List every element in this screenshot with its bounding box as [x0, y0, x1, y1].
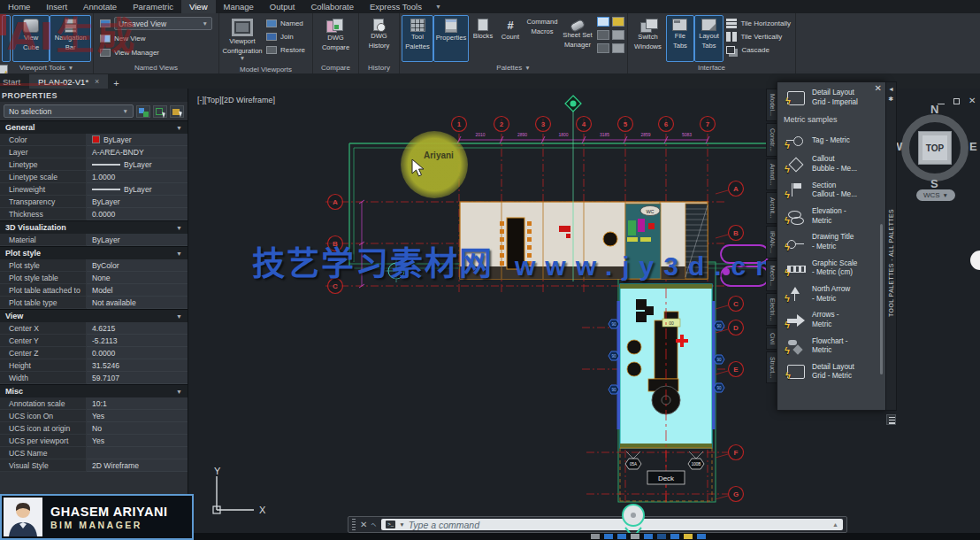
tool-palettes-button[interactable]: ToolPalettes [402, 15, 433, 62]
sun-palette-icon[interactable] [597, 43, 609, 53]
viewcube[interactable]: N S W E TOP WCS▼ [892, 103, 978, 218]
restore-viewports-button[interactable]: Restore [264, 43, 308, 57]
viewport-palette-icon[interactable] [597, 17, 609, 27]
ribbon-overflow-icon[interactable]: ▼ [430, 0, 447, 13]
chevron-down-icon[interactable]: ▼ [176, 251, 182, 257]
new-view-button[interactable]: New View [97, 32, 215, 45]
property-value[interactable]: ByColor [87, 259, 188, 272]
compass-south[interactable]: S [930, 177, 938, 190]
file-tabs-button[interactable]: FileTabs [666, 15, 694, 62]
chevron-down-icon[interactable]: ▼ [176, 125, 182, 131]
status-icon[interactable] [684, 534, 693, 539]
new-tab-button[interactable]: + [108, 78, 124, 89]
scrollbar[interactable] [880, 224, 883, 374]
status-icon[interactable] [697, 534, 706, 539]
close-icon[interactable]: ✕ [969, 96, 976, 105]
wcs-dropdown[interactable]: WCS▼ [916, 189, 955, 201]
view-manager-button[interactable]: View Manager [97, 46, 215, 59]
property-value[interactable]: 2D Wireframe [87, 459, 188, 472]
clipboard-palette-icon[interactable] [612, 43, 624, 53]
toggle-pickadd-icon[interactable] [136, 105, 150, 118]
property-value[interactable]: 0.0000 [87, 208, 188, 220]
viewport-configuration-button[interactable]: Viewport Configuration ▼ [221, 15, 264, 65]
chevron-down-icon[interactable]: ▼ [176, 389, 182, 395]
named-viewports-button[interactable]: Named [264, 17, 308, 30]
property-section-header[interactable]: View▼ [0, 309, 188, 322]
tool-palette-item[interactable]: ϟTag - Metric [780, 130, 878, 151]
file-tab-start[interactable]: Start [0, 74, 29, 89]
status-icon[interactable] [657, 534, 666, 539]
close-icon[interactable]: × [95, 77, 99, 86]
property-value[interactable]: 10:1 [87, 397, 188, 410]
viewcube-top-face[interactable]: TOP [918, 131, 952, 165]
property-value[interactable]: 0.0000 [87, 347, 188, 359]
chevron-down-icon[interactable]: ▼ [399, 521, 404, 528]
minimize-icon[interactable] [938, 104, 945, 104]
dwg-history-button[interactable]: DWG History [367, 15, 392, 62]
tile-vertically-button[interactable]: Tile Vertically [724, 30, 793, 43]
property-value[interactable]: 1.0000 [87, 171, 188, 183]
property-value[interactable]: 31.5246 [87, 359, 188, 372]
property-value[interactable]: 59.7107 [87, 372, 188, 384]
tool-palette-item[interactable]: ϟGraphic Scale- Metric (cm) [780, 256, 878, 282]
status-icon[interactable] [591, 534, 600, 539]
tool-palette-item[interactable]: ϟElevation -Metric [780, 204, 878, 229]
ribbon-tab-view[interactable]: View [181, 0, 215, 13]
close-icon[interactable]: ✕ [875, 83, 882, 93]
tile-horizontally-button[interactable]: Tile Horizontally [724, 17, 793, 30]
tool-palette-title-strip[interactable]: ◄ ✱ TOOL PALETTES - ALL PALETTES [885, 81, 897, 411]
tool-palette-item[interactable]: ϟNorth Arrow- Metric [780, 282, 878, 307]
property-section-header[interactable]: General▼ [0, 120, 188, 134]
viewport-controls-label[interactable]: [-][Top][2D Wireframe] [197, 96, 275, 104]
status-icon[interactable] [670, 534, 679, 539]
ribbon-tab-output[interactable]: Output [262, 0, 303, 13]
chevron-down-icon[interactable]: ▼ [176, 313, 182, 320]
quick-select-icon[interactable] [170, 105, 184, 118]
layout-tabs-button[interactable]: LayoutTabs [694, 15, 724, 62]
tool-palette-item[interactable]: ϟDetail LayoutGrid - Metric [780, 359, 878, 385]
property-value[interactable]: Model [87, 284, 188, 297]
selection-dropdown[interactable]: No selection▼ [4, 104, 134, 118]
property-value[interactable]: Yes [87, 410, 188, 422]
select-objects-icon[interactable] [153, 105, 167, 118]
status-icon[interactable] [604, 534, 613, 539]
dwg-compare-button[interactable]: DWG Compare [320, 15, 351, 62]
property-value[interactable]: ByLayer [87, 196, 188, 208]
property-value[interactable]: -5.2113 [87, 335, 188, 347]
lights-palette-icon[interactable] [612, 17, 624, 27]
restore-icon[interactable] [953, 98, 960, 104]
command-macros-button[interactable]: CommandMacros [524, 15, 561, 62]
property-value[interactable]: Yes [87, 435, 188, 447]
file-tab-plan-02-v1[interactable]: PLAN-02-V1*× [29, 74, 108, 89]
tool-palette-item[interactable]: ϟArrows -Metric [780, 307, 878, 333]
switch-windows-button[interactable]: SwitchWindows [630, 15, 666, 62]
property-value[interactable]: ByLayer [87, 158, 188, 171]
blocks-button[interactable]: Blocks [469, 15, 497, 62]
ribbon-tab-annotate[interactable]: Annotate [75, 0, 125, 13]
ribbon-tab-collaborate[interactable]: Collaborate [302, 0, 362, 13]
ribbon-tab-manage[interactable]: Manage [216, 0, 262, 13]
chevron-down-icon[interactable]: ▼ [176, 225, 182, 231]
property-value[interactable]: ByLayer [87, 134, 188, 146]
visual-styles-palette-icon[interactable] [597, 30, 609, 40]
close-icon[interactable]: ✕ [360, 521, 367, 529]
ribbon-tab-home[interactable]: Home [0, 0, 38, 13]
property-value[interactable]: Not available [87, 297, 188, 309]
compass-east[interactable]: E [969, 140, 977, 153]
ribbon-tab-insert[interactable]: Insert [38, 0, 75, 13]
customize-wrench-icon[interactable]: ⌐ [370, 520, 379, 529]
tool-palette-item[interactable]: ϟDetail LayoutGrid - Imperial [780, 85, 878, 111]
panel-label[interactable]: Viewport Tools▼ [0, 62, 93, 73]
status-icon[interactable] [631, 534, 639, 539]
palette-grid-icon[interactable] [886, 414, 896, 425]
navigation-bar-button[interactable]: Navigation Bar [50, 15, 91, 62]
ribbon-tab-express-tools[interactable]: Express Tools [362, 0, 430, 13]
property-value[interactable]: ByLayer [87, 183, 188, 196]
cascade-button[interactable]: Cascade [724, 43, 793, 57]
command-input[interactable]: >_ ▼ Type a command ▲ [381, 519, 843, 530]
command-line-dock[interactable]: ✕ ⌐ >_ ▼ Type a command ▲ [348, 516, 847, 533]
property-value[interactable]: ByLayer [87, 234, 188, 246]
auto-hide-icon[interactable]: ◄ [888, 86, 894, 92]
status-icon[interactable] [617, 534, 626, 539]
view-dropdown[interactable]: Unsaved View▼ [114, 17, 212, 30]
